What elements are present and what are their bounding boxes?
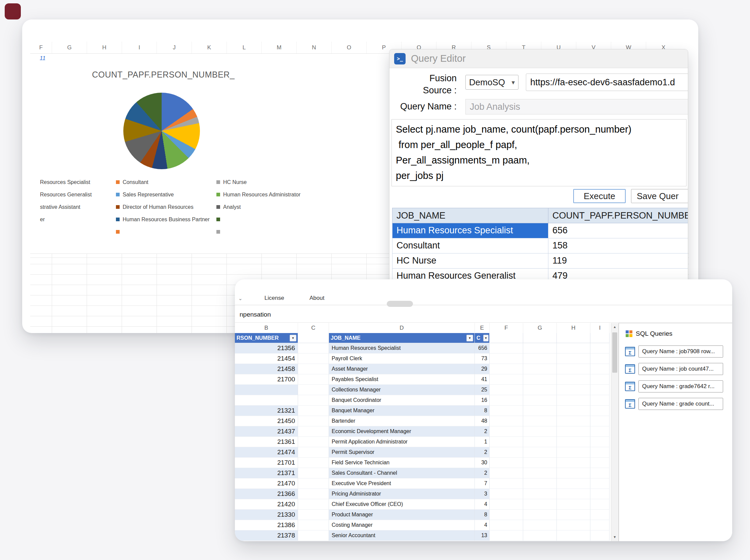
table-row[interactable]: 21450 Bartender 48 bbox=[235, 416, 610, 427]
job-name-cell[interactable]: Permit Supervisor bbox=[329, 447, 475, 458]
saved-query-item[interactable]: Σ Query Name : job count47... bbox=[619, 360, 732, 378]
column-header[interactable]: K bbox=[192, 42, 226, 54]
result-row[interactable]: HC Nurse 119 bbox=[392, 253, 688, 269]
table-row[interactable]: 21366 Pricing Administrator 3 bbox=[235, 489, 610, 499]
job-name-cell[interactable]: Payables Specialist bbox=[329, 374, 475, 385]
person-number-cell[interactable]: 21321 bbox=[235, 406, 298, 416]
empty-header-cell[interactable] bbox=[557, 333, 590, 343]
column-header[interactable]: O bbox=[331, 42, 366, 54]
saved-query-label[interactable]: Query Name : grade7642 r... bbox=[638, 380, 723, 392]
table-row[interactable]: 21378 Senior Accountant 13 bbox=[235, 531, 610, 541]
column-header[interactable]: F bbox=[30, 42, 52, 54]
table-row[interactable]: 21454 Payroll Clerk 73 bbox=[235, 354, 610, 364]
table-row[interactable]: 21330 Product Manager 8 bbox=[235, 510, 610, 520]
empty-cell[interactable] bbox=[523, 427, 557, 437]
job-name-cell[interactable]: Permit Application Administrator bbox=[329, 437, 475, 447]
count-cell[interactable]: 8 bbox=[475, 406, 490, 416]
empty-cell[interactable] bbox=[590, 416, 610, 427]
result-count-cell[interactable]: 656 bbox=[548, 223, 688, 238]
empty-cell[interactable] bbox=[298, 531, 329, 541]
result-row[interactable]: Human Resources Specialist 656 bbox=[392, 223, 688, 238]
row-number[interactable]: 11 bbox=[40, 55, 46, 62]
table-row[interactable]: 21701 Field Service Technician 30 bbox=[235, 458, 610, 468]
empty-cell[interactable] bbox=[490, 499, 523, 510]
table-row[interactable]: 21386 Costing Manager 4 bbox=[235, 520, 610, 531]
empty-cell[interactable] bbox=[490, 374, 523, 385]
empty-cell[interactable] bbox=[590, 374, 610, 385]
count-cell[interactable]: 41 bbox=[475, 374, 490, 385]
job-name-cell[interactable]: Senior Accountant bbox=[329, 531, 475, 541]
empty-cell[interactable] bbox=[298, 458, 329, 468]
empty-cell[interactable] bbox=[490, 427, 523, 437]
table-row[interactable]: 21470 Executive Vice President 7 bbox=[235, 478, 610, 489]
column-header[interactable]: I bbox=[590, 323, 610, 333]
filter-icon[interactable]: ▼ bbox=[483, 335, 489, 341]
empty-cell[interactable] bbox=[523, 468, 557, 478]
table-row[interactable]: 21437 Economic Development Manager 2 bbox=[235, 427, 610, 437]
column-header[interactable]: C bbox=[298, 323, 329, 333]
person-number-cell[interactable] bbox=[235, 385, 298, 395]
person-number-cell[interactable]: 21470 bbox=[235, 478, 298, 489]
empty-cell[interactable] bbox=[523, 531, 557, 541]
job-name-cell[interactable]: Pricing Administrator bbox=[329, 489, 475, 499]
empty-cell[interactable] bbox=[490, 447, 523, 458]
empty-cell[interactable] bbox=[557, 385, 590, 395]
column-header[interactable]: B bbox=[235, 323, 298, 333]
count-cell[interactable]: 48 bbox=[475, 416, 490, 427]
job-name-cell[interactable]: Human Resources Specialist bbox=[329, 343, 475, 354]
empty-cell[interactable] bbox=[557, 458, 590, 468]
job-name-cell[interactable]: Collections Manager bbox=[329, 385, 475, 395]
execute-button[interactable]: Execute bbox=[573, 189, 626, 203]
empty-cell[interactable] bbox=[523, 416, 557, 427]
table-row[interactable]: Banquet Coordinator 16 bbox=[235, 395, 610, 406]
empty-cell[interactable] bbox=[298, 510, 329, 520]
pie-chart[interactable] bbox=[123, 93, 200, 169]
column-header[interactable]: F bbox=[490, 323, 523, 333]
column-header[interactable]: D bbox=[329, 323, 475, 333]
tab-about[interactable]: About bbox=[310, 295, 324, 302]
table-row[interactable]: 21700 Payables Specialist 41 bbox=[235, 374, 610, 385]
empty-cell[interactable] bbox=[298, 395, 329, 406]
empty-cell[interactable] bbox=[298, 416, 329, 427]
empty-cell[interactable] bbox=[590, 531, 610, 541]
person-number-cell[interactable]: 21450 bbox=[235, 416, 298, 427]
job-name-cell[interactable]: Payroll Clerk bbox=[329, 354, 475, 364]
person-number-cell[interactable]: 21700 bbox=[235, 374, 298, 385]
person-number-cell[interactable]: 21454 bbox=[235, 354, 298, 364]
count-cell[interactable]: 656 bbox=[475, 343, 490, 354]
empty-cell[interactable] bbox=[557, 510, 590, 520]
saved-query-label[interactable]: Query Name : grade count... bbox=[638, 398, 723, 410]
column-header[interactable]: M bbox=[261, 42, 296, 54]
empty-cell[interactable] bbox=[298, 406, 329, 416]
result-job-cell[interactable]: HC Nurse bbox=[393, 253, 548, 268]
count-cell[interactable]: 2 bbox=[475, 468, 490, 478]
save-query-button[interactable]: Save Quer bbox=[631, 189, 688, 203]
empty-cell[interactable] bbox=[490, 364, 523, 374]
job-name-cell[interactable]: Banquet Manager bbox=[329, 406, 475, 416]
job-name-cell[interactable]: Product Manager bbox=[329, 510, 475, 520]
empty-cell[interactable] bbox=[557, 520, 590, 531]
job-name-cell[interactable]: Field Service Technician bbox=[329, 458, 475, 468]
empty-cell[interactable] bbox=[590, 437, 610, 447]
count-cell[interactable]: 1 bbox=[475, 437, 490, 447]
table-row[interactable]: Collections Manager 25 bbox=[235, 385, 610, 395]
person-number-cell[interactable]: 21356 bbox=[235, 343, 298, 354]
empty-cell[interactable] bbox=[523, 354, 557, 364]
count-cell[interactable]: 13 bbox=[475, 531, 490, 541]
empty-cell[interactable] bbox=[523, 364, 557, 374]
empty-cell[interactable] bbox=[523, 437, 557, 447]
empty-cell[interactable] bbox=[590, 354, 610, 364]
count-cell[interactable]: 8 bbox=[475, 510, 490, 520]
empty-cell[interactable] bbox=[298, 478, 329, 489]
person-number-cell[interactable]: 21386 bbox=[235, 520, 298, 531]
column-header[interactable]: J bbox=[157, 42, 192, 54]
empty-cell[interactable] bbox=[298, 468, 329, 478]
saved-query-label[interactable]: Query Name : job count47... bbox=[638, 363, 723, 375]
empty-cell[interactable] bbox=[490, 458, 523, 468]
empty-cell[interactable] bbox=[590, 520, 610, 531]
column-header[interactable]: N bbox=[296, 42, 331, 54]
empty-cell[interactable] bbox=[590, 343, 610, 354]
empty-cell[interactable] bbox=[523, 510, 557, 520]
empty-cell[interactable] bbox=[298, 437, 329, 447]
saved-query-item[interactable]: Σ Query Name : job7908 row... bbox=[619, 343, 732, 360]
